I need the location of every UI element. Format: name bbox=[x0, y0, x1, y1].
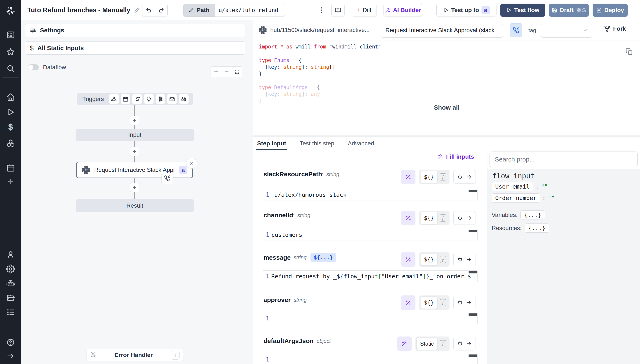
ai-fill-wand-button[interactable] bbox=[401, 211, 416, 225]
function-mode-button[interactable]: ƒ bbox=[438, 214, 448, 222]
step-name-input[interactable] bbox=[381, 23, 503, 38]
resources-boxes-icon[interactable] bbox=[6, 139, 15, 148]
tag-select[interactable] bbox=[541, 23, 592, 38]
variables-row[interactable]: Variables: {...} bbox=[492, 210, 545, 220]
suspend-phone-badge[interactable] bbox=[162, 173, 173, 184]
ai-fill-wand-button[interactable] bbox=[401, 170, 416, 184]
fork-button[interactable]: Fork bbox=[604, 26, 626, 32]
approver-editor[interactable]: 1 bbox=[263, 313, 478, 324]
ai-fill-wand-button[interactable] bbox=[401, 252, 416, 267]
folders-icon[interactable] bbox=[6, 293, 15, 302]
add-step-button[interactable] bbox=[130, 116, 139, 125]
draft-button[interactable]: Draft ⌘S bbox=[549, 4, 589, 17]
slack-approval-step-node[interactable]: Request Interactive Slack Approval (... … bbox=[76, 162, 193, 178]
template-mode-button[interactable]: ${} bbox=[420, 171, 438, 183]
windmill-logo-icon[interactable] bbox=[6, 6, 16, 16]
websocket-plug-icon[interactable] bbox=[144, 94, 154, 104]
add-step-button[interactable] bbox=[130, 183, 139, 192]
suspend-approval-toggle-button[interactable] bbox=[510, 23, 522, 37]
connect-input-button[interactable] bbox=[453, 170, 476, 184]
template-mode-button[interactable]: ${} bbox=[420, 296, 438, 309]
arrow-right-icon bbox=[466, 174, 472, 180]
resources-row[interactable]: Resources: {...} bbox=[492, 224, 549, 232]
prop-row[interactable]: User email : "" bbox=[492, 182, 548, 191]
template-mode-button[interactable]: ${} bbox=[420, 212, 438, 224]
template-mode-button[interactable]: ${} bbox=[420, 253, 438, 266]
webhook-icon[interactable] bbox=[109, 94, 119, 104]
add-error-handler-button[interactable] bbox=[171, 351, 180, 360]
ai-builder-button[interactable]: AI Builder bbox=[384, 4, 422, 17]
help-icon[interactable] bbox=[6, 338, 15, 347]
message-editor[interactable]: 1 Refund request by _${flow_input["User … bbox=[263, 270, 478, 282]
path-input[interactable] bbox=[214, 4, 285, 17]
connect-input-button[interactable] bbox=[453, 296, 476, 310]
add-plus-icon[interactable] bbox=[7, 178, 14, 186]
workers-robot-icon[interactable] bbox=[6, 279, 15, 288]
kafka-icon[interactable] bbox=[156, 94, 165, 104]
docs-book-button[interactable] bbox=[332, 4, 344, 17]
connect-input-button[interactable] bbox=[453, 253, 476, 266]
tab-advanced[interactable]: Advanced bbox=[346, 137, 376, 150]
variables-dollar-icon[interactable]: $ bbox=[8, 122, 13, 132]
zoom-in-icon[interactable] bbox=[213, 69, 219, 74]
error-handler-node[interactable]: Error Handler bbox=[86, 349, 183, 361]
kebab-menu-icon[interactable] bbox=[318, 6, 325, 14]
star-icon[interactable] bbox=[6, 48, 15, 56]
input-mode-toggle: ${} ƒ bbox=[419, 170, 450, 184]
ai-fill-wand-button[interactable] bbox=[401, 296, 416, 310]
zoom-out-icon[interactable] bbox=[224, 69, 230, 74]
schedule-icon[interactable] bbox=[121, 94, 130, 104]
poll-icon[interactable] bbox=[179, 94, 188, 104]
dataflow-toggle[interactable] bbox=[28, 64, 39, 70]
flow-settings-button[interactable]: Settings bbox=[25, 24, 245, 37]
path-button[interactable]: Path bbox=[183, 4, 214, 17]
tab-test-this-step[interactable]: Test this step bbox=[298, 137, 336, 150]
tab-step-input[interactable]: Step Input bbox=[256, 137, 288, 150]
function-mode-button[interactable]: ƒ bbox=[438, 299, 448, 306]
undo-button[interactable] bbox=[142, 4, 155, 17]
show-all-button[interactable]: Show all bbox=[253, 104, 640, 111]
fill-inputs-button[interactable]: Fill inputs bbox=[438, 154, 474, 160]
plug-icon bbox=[457, 341, 463, 347]
flow-input-root[interactable]: flow_input bbox=[492, 172, 534, 180]
input-node[interactable]: Input bbox=[76, 129, 194, 141]
channelId-editor[interactable]: 1 customers bbox=[263, 229, 478, 240]
schedules-calendar-icon[interactable] bbox=[6, 164, 15, 172]
edit-title-pencil-icon[interactable] bbox=[134, 7, 140, 13]
copy-code-icon[interactable] bbox=[626, 48, 633, 55]
runs-play-icon[interactable] bbox=[6, 108, 15, 116]
graph-zoom-controls bbox=[210, 66, 242, 77]
connect-input-button[interactable] bbox=[453, 337, 476, 350]
email-icon[interactable] bbox=[167, 94, 177, 104]
static-mode-button[interactable]: Static bbox=[416, 338, 438, 350]
test-flow-button[interactable]: Test flow bbox=[500, 4, 545, 17]
user-icon[interactable] bbox=[6, 250, 15, 259]
connect-input-button[interactable] bbox=[453, 211, 476, 225]
hub-script-link[interactable]: hub/11500/slack/request_interactive... bbox=[270, 27, 370, 34]
redo-button[interactable] bbox=[155, 4, 168, 17]
search-prop-input[interactable] bbox=[490, 152, 638, 167]
function-mode-button[interactable]: ƒ bbox=[438, 173, 448, 180]
diff-button[interactable]: ± Diff bbox=[352, 4, 377, 17]
apps-icon[interactable] bbox=[6, 30, 15, 39]
expand-arrow-icon[interactable] bbox=[6, 352, 15, 360]
function-mode-button[interactable]: ƒ bbox=[438, 340, 448, 347]
prop-row[interactable]: Order number : "" bbox=[492, 194, 555, 202]
slackResourcePath-editor[interactable]: 1 u/alex/humorous_slack bbox=[263, 189, 478, 200]
test-up-to-button[interactable]: Test up to a bbox=[436, 4, 496, 17]
http-route-icon[interactable] bbox=[132, 94, 142, 104]
defaultArgsJson-editor[interactable]: 1 bbox=[263, 354, 478, 364]
gear-icon[interactable] bbox=[6, 264, 15, 274]
fit-view-icon[interactable] bbox=[234, 69, 240, 74]
triggers-node[interactable]: Triggers bbox=[77, 93, 193, 105]
list-icon[interactable] bbox=[6, 308, 15, 316]
home-icon[interactable] bbox=[6, 93, 15, 102]
all-static-inputs-button[interactable]: $ All Static Inputs bbox=[25, 42, 245, 54]
result-node[interactable]: Result bbox=[76, 199, 194, 212]
add-step-button[interactable] bbox=[130, 147, 139, 156]
ai-fill-wand-button[interactable] bbox=[397, 336, 412, 351]
function-mode-button[interactable]: ƒ bbox=[438, 256, 448, 263]
search-icon[interactable] bbox=[6, 64, 15, 73]
remove-step-button[interactable] bbox=[186, 158, 197, 169]
deploy-button[interactable]: Deploy bbox=[592, 4, 628, 17]
